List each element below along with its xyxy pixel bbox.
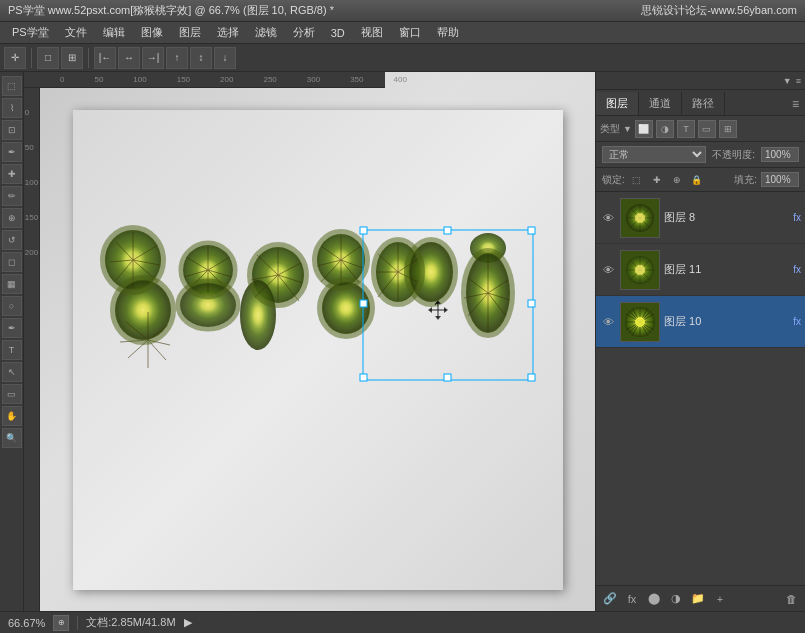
- canvas-area: 050100150200250300350400 050100150200: [24, 72, 595, 611]
- tab-paths[interactable]: 路径: [682, 92, 725, 115]
- lock-all-btn[interactable]: 🔒: [689, 172, 705, 188]
- layer-visibility-10[interactable]: 👁: [600, 314, 616, 330]
- toolbar-align-top[interactable]: ↑: [166, 47, 188, 69]
- layer-item-10[interactable]: 👁: [596, 296, 805, 348]
- filter-pixel-btn[interactable]: ⬜: [635, 120, 653, 138]
- tool-crop[interactable]: ⊡: [2, 120, 22, 140]
- document-size: 文档:2.85M/41.8M: [86, 615, 175, 630]
- layer-delete-btn[interactable]: 🗑: [781, 589, 801, 609]
- layer-thumbnail-8: [620, 198, 660, 238]
- tool-history-brush[interactable]: ↺: [2, 230, 22, 250]
- toolbar-separator-1: [31, 48, 32, 68]
- tool-dodge[interactable]: ○: [2, 296, 22, 316]
- toolbar-warp[interactable]: ⊞: [61, 47, 83, 69]
- opacity-input[interactable]: [761, 147, 799, 162]
- filter-smart-btn[interactable]: ⊞: [719, 120, 737, 138]
- toolbar-align-right[interactable]: →|: [142, 47, 164, 69]
- layer-fx-8: fx: [793, 212, 801, 223]
- menu-help[interactable]: 帮助: [429, 23, 467, 42]
- svg-rect-85: [360, 300, 367, 307]
- lock-row: 锁定: ⬚ ✚ ⊕ 🔒 填充:: [596, 168, 805, 192]
- menu-view[interactable]: 视图: [353, 23, 391, 42]
- layer-new-btn[interactable]: +: [710, 589, 730, 609]
- layer-item-11[interactable]: 👁: [596, 244, 805, 296]
- panel-tab-menu[interactable]: ≡: [786, 93, 805, 115]
- tool-hand[interactable]: ✋: [2, 406, 22, 426]
- layer-info-11: 图层 11: [664, 262, 789, 277]
- menu-edit[interactable]: 编辑: [95, 23, 133, 42]
- layer-link-btn[interactable]: 🔗: [600, 589, 620, 609]
- layer-mask-btn[interactable]: ⬤: [644, 589, 664, 609]
- tool-eyedropper[interactable]: ✒: [2, 142, 22, 162]
- tool-clone[interactable]: ⊕: [2, 208, 22, 228]
- toolbar-move-tool[interactable]: ✛: [4, 47, 26, 69]
- status-separator: [77, 616, 78, 630]
- layer-info-10: 图层 10: [664, 314, 789, 329]
- blend-mode-select[interactable]: 正常: [602, 146, 706, 163]
- lock-label: 锁定:: [602, 173, 625, 187]
- tool-lasso[interactable]: ⌇: [2, 98, 22, 118]
- panel-collapse-icon[interactable]: ▼: [783, 76, 792, 86]
- filter-text-btn[interactable]: T: [677, 120, 695, 138]
- toolbar-align-left[interactable]: |←: [94, 47, 116, 69]
- tool-gradient[interactable]: ▦: [2, 274, 22, 294]
- tool-path-select[interactable]: ↖: [2, 362, 22, 382]
- filter-adjust-btn[interactable]: ◑: [656, 120, 674, 138]
- toolbar-align-center[interactable]: ↔: [118, 47, 140, 69]
- layer-style-btn[interactable]: fx: [622, 589, 642, 609]
- filter-dropdown-icon: ▼: [623, 124, 632, 134]
- tool-brush[interactable]: ✏: [2, 186, 22, 206]
- menu-layer[interactable]: 图层: [171, 23, 209, 42]
- menu-3d[interactable]: 3D: [323, 25, 353, 41]
- svg-marker-92: [444, 307, 448, 313]
- fill-input[interactable]: [761, 172, 799, 187]
- tool-pen[interactable]: ✒: [2, 318, 22, 338]
- tool-eraser[interactable]: ◻: [2, 252, 22, 272]
- menu-image[interactable]: 图像: [133, 23, 171, 42]
- opacity-label: 不透明度:: [712, 148, 755, 162]
- layer-info-8: 图层 8: [664, 210, 789, 225]
- tool-marquee[interactable]: ⬚: [2, 76, 22, 96]
- menu-select[interactable]: 选择: [209, 23, 247, 42]
- ruler-vertical: 050100150200: [24, 88, 40, 611]
- menu-ps[interactable]: PS学堂: [4, 23, 57, 42]
- toolbar-show-transform[interactable]: □: [37, 47, 59, 69]
- layer-fx-11: fx: [793, 264, 801, 275]
- menu-filter[interactable]: 滤镜: [247, 23, 285, 42]
- layer-item-8[interactable]: 👁: [596, 192, 805, 244]
- tool-zoom[interactable]: 🔍: [2, 428, 22, 448]
- layer-adjustment-btn[interactable]: ◑: [666, 589, 686, 609]
- tab-channels[interactable]: 通道: [639, 92, 682, 115]
- lock-pixel-btn[interactable]: ⬚: [629, 172, 645, 188]
- left-toolbar: ⬚ ⌇ ⊡ ✒ ✚ ✏ ⊕ ↺ ◻ ▦ ○ ✒ T ↖ ▭ ✋ 🔍: [0, 72, 24, 611]
- layer-name-8: 图层 8: [664, 210, 789, 225]
- svg-rect-83: [444, 374, 451, 381]
- layer-group-btn[interactable]: 📁: [688, 589, 708, 609]
- status-icon[interactable]: ⊕: [53, 615, 69, 631]
- main-area: ⬚ ⌇ ⊡ ✒ ✚ ✏ ⊕ ↺ ◻ ▦ ○ ✒ T ↖ ▭ ✋ 🔍 050100…: [0, 72, 805, 611]
- filter-shape-btn[interactable]: ▭: [698, 120, 716, 138]
- svg-rect-81: [528, 300, 535, 307]
- lock-move-btn[interactable]: ⊕: [669, 172, 685, 188]
- menu-file[interactable]: 文件: [57, 23, 95, 42]
- toolbar-align-bottom[interactable]: ↓: [214, 47, 236, 69]
- menu-window[interactable]: 窗口: [391, 23, 429, 42]
- tab-layers[interactable]: 图层: [596, 92, 639, 115]
- svg-point-106: [635, 265, 645, 275]
- svg-rect-78: [360, 227, 367, 234]
- toolbar-align-middle[interactable]: ↕: [190, 47, 212, 69]
- menu-analyze[interactable]: 分析: [285, 23, 323, 42]
- status-expand-arrow[interactable]: ▶: [184, 616, 192, 629]
- layer-thumbnail-11: [620, 250, 660, 290]
- svg-point-99: [635, 213, 645, 223]
- panel-tabs: 图层 通道 路径 ≡: [596, 90, 805, 116]
- layer-list: 👁: [596, 192, 805, 585]
- tool-shape[interactable]: ▭: [2, 384, 22, 404]
- layer-visibility-11[interactable]: 👁: [600, 262, 616, 278]
- tool-healing[interactable]: ✚: [2, 164, 22, 184]
- layers-panel: 类型 ▼ ⬜ ◑ T ▭ ⊞ 正常 不透明度: 锁定: ⬚ ✚: [596, 116, 805, 611]
- tool-text[interactable]: T: [2, 340, 22, 360]
- layer-visibility-8[interactable]: 👁: [600, 210, 616, 226]
- panel-menu-icon[interactable]: ≡: [796, 76, 801, 86]
- lock-position-btn[interactable]: ✚: [649, 172, 665, 188]
